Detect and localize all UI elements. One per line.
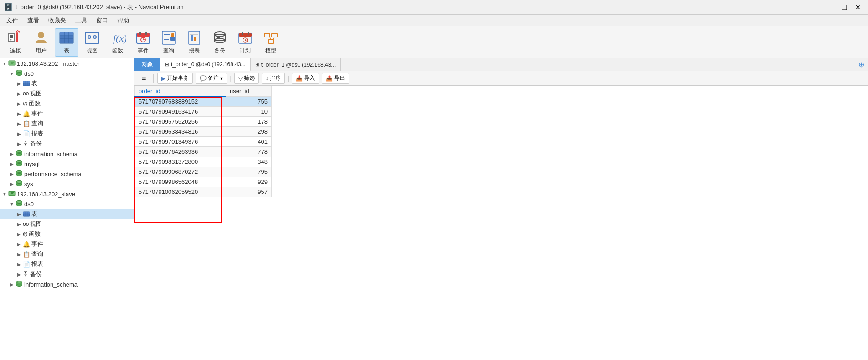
table-row[interactable]: 571707907683889152755 [135,96,272,107]
table-row[interactable]: 571707909986562048929 [135,177,272,187]
table-row[interactable]: 571707909764263936778 [135,147,272,157]
hamburger-button[interactable]: ≡ [138,73,150,83]
sidebar-item-backups-master[interactable]: ▶ 🗄 备份 [0,139,134,149]
toolbar-user[interactable]: 用户 [29,28,53,57]
svg-point-90 [10,193,10,194]
svg-rect-91 [11,192,14,193]
menu-view[interactable]: 查看 [23,16,44,26]
sidebar-item-reports-slave[interactable]: ▶ 📄 报表 [0,259,134,269]
table-row[interactable]: 571707909638434816298 [135,127,272,137]
tab-object[interactable]: 对象 [134,58,160,71]
sidebar-item-tables-slave[interactable]: ▶ 表 [0,209,134,219]
close-button[interactable]: ✕ [852,2,864,12]
sidebar-item-master-server[interactable]: ▼ 192.168.43.202_master [0,58,134,68]
svg-rect-25 [140,32,141,35]
sidebar-item-backups-slave[interactable]: ▶ 🗄 备份 [0,269,134,279]
toolbar-connect[interactable]: 连接 [4,28,27,57]
server-icon-master [8,59,16,68]
sort-button[interactable]: ↕ 排序 [262,73,285,84]
begin-transaction-button[interactable]: ▶ 开始事务 [157,73,193,84]
sidebar-item-events-master[interactable]: ▶ 🔔 事件 [0,109,134,119]
event-folder-icon: 🔔 [23,110,30,117]
cell-order-id[interactable]: 571707907683889152 [135,96,226,107]
export-button[interactable]: 📤 导出 [322,73,349,84]
sidebar-item-info-schema-master[interactable]: ▶ information_schema [0,149,134,159]
table-row[interactable]: 571707909701349376401 [135,137,272,147]
sidebar-item-functions-master[interactable]: ▶ f() 函数 [0,99,134,109]
cell-order-id[interactable]: 571707909831372800 [135,157,226,167]
svg-rect-26 [145,32,147,35]
table-row[interactable]: 57170790949163417610 [135,107,272,117]
table-row[interactable]: 571707909906870272795 [135,167,272,177]
col-header-order-id[interactable]: order_id [135,86,226,97]
sidebar-item-events-slave[interactable]: ▶ 🔔 事件 [0,239,134,249]
sidebar-item-queries-slave[interactable]: ▶ 📋 查询 [0,249,134,259]
expand-arrow: ▶ [16,262,23,267]
cell-order-id[interactable]: 571707909764263936 [135,147,226,157]
toolbar-function[interactable]: f(x) 函数 [106,28,129,57]
expand-arrow: ▼ [1,192,8,197]
cell-order-id[interactable]: 571707909986562048 [135,177,226,187]
toolbar-backup[interactable]: ▶ ○ 备份 [208,28,232,57]
sidebar-item-ds0-slave[interactable]: ▼ ds0 [0,199,134,209]
cell-order-id[interactable]: 571707909491634176 [135,107,226,117]
import-button[interactable]: 📥 导入 [292,73,319,84]
functions-slave-label: 函数 [29,230,41,238]
menu-help[interactable]: 帮助 [113,16,134,26]
sidebar-item-functions-slave[interactable]: ▶ f() 函数 [0,229,134,239]
sidebar-item-reports-master[interactable]: ▶ 📄 报表 [0,129,134,139]
sidebar-item-mysql-master[interactable]: ▶ mysql [0,159,134,169]
cell-user-id: 929 [226,177,272,187]
table-row[interactable]: 571707909831372800348 [135,157,272,167]
svg-rect-38 [194,37,196,41]
menu-window[interactable]: 窗口 [92,16,113,26]
maximize-button[interactable]: ❐ [838,2,851,12]
toolbar-model[interactable]: 模型 [259,28,283,57]
table-row[interactable]: 571707909575520256178 [135,117,272,127]
expand-arrow: ▼ [8,71,16,76]
minimize-button[interactable]: — [824,2,837,12]
sidebar-item-queries-master[interactable]: ▶ 📋 查询 [0,119,134,129]
cell-order-id[interactable]: 571707909638434816 [135,127,226,137]
cell-user-id: 778 [226,147,272,157]
toolbar-view[interactable]: 视图 [80,28,104,57]
cell-order-id[interactable]: 571707909906870272 [135,167,226,177]
tab-t-order-0[interactable]: ⊞ t_order_0 @ds0 (192.168.43... [160,58,251,71]
toolbar-report[interactable]: 报表 [182,28,206,57]
schedule-icon [237,30,253,46]
sidebar-item-slave-server[interactable]: ▼ 192.168.43.202_slave [0,189,134,199]
query-folder-icon2: 📋 [23,251,30,258]
table-row[interactable]: 571707910062059520957 [135,187,272,197]
svg-rect-37 [191,35,193,41]
master-server-label: 192.168.43.202_master [17,60,79,67]
sidebar-item-views-master[interactable]: ▶ oo 视图 [0,89,134,99]
sidebar-item-tables-master[interactable]: ▶ 表 [0,78,134,89]
toolbar-table[interactable]: 表 [55,28,78,57]
cell-user-id: 178 [226,117,272,127]
svg-point-7 [10,39,12,41]
db-icon7 [16,281,23,288]
ds0-slave-label: ds0 [24,201,34,208]
app-icon: 🗄️ [4,3,13,11]
menu-favorites[interactable]: 收藏夹 [44,16,71,26]
cell-order-id[interactable]: 571707909575520256 [135,117,226,127]
sidebar-item-sys-master[interactable]: ▶ sys [0,179,134,189]
menu-file[interactable]: 文件 [2,16,23,26]
sidebar-item-info-schema-slave[interactable]: ▶ information_schema [0,279,134,289]
toolbar-event[interactable]: 事件 [131,28,155,57]
sidebar-item-views-slave[interactable]: ▶ oo 视图 [0,219,134,229]
sidebar-item-perf-schema-master[interactable]: ▶ performance_schema [0,169,134,179]
cell-order-id[interactable]: 571707910062059520 [135,187,226,197]
filter-button[interactable]: ▽ 筛选 [234,73,259,84]
comment-button[interactable]: 💬 备注 ▾ [196,73,227,84]
tab-new-button[interactable]: ⊕ [855,60,868,69]
col-header-user-id[interactable]: user_id [226,86,272,97]
toolbar-schedule[interactable]: 计划 [233,28,257,57]
toolbar-query[interactable]: 查询 [157,28,181,57]
tab-t-order-1[interactable]: ⊞ t_order_1 @ds0 (192.168.43... [251,58,341,71]
sidebar-item-ds0-master[interactable]: ▼ ds0 [0,68,134,78]
server-icon-slave [8,190,16,198]
svg-rect-24 [137,33,150,37]
menu-tools[interactable]: 工具 [71,16,92,26]
cell-order-id[interactable]: 571707909701349376 [135,137,226,147]
